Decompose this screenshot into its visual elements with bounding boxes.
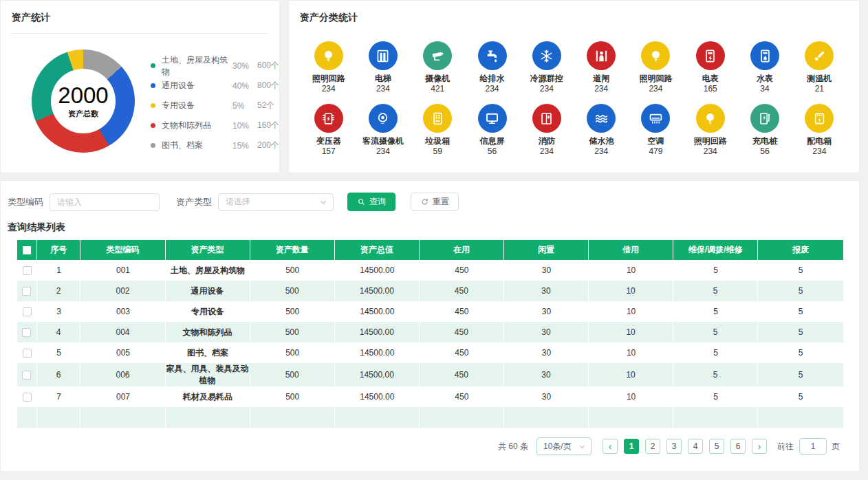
table-cell: 5 [673, 363, 758, 386]
dashboard-page: 资产统计 2000 资产总数 土地、房屋及构筑物 30% 600个 通用设备 4… [0, 0, 868, 480]
category-icon-circle [314, 41, 343, 70]
asset-categories-card: 资产分类统计 照明回路 234 电梯 234 摄像机 [288, 0, 860, 173]
table-row: 3003专用设备50014500.00450301055 [17, 301, 843, 322]
category-name: 照明回路 [629, 74, 683, 83]
table-cell: 450 [420, 386, 504, 407]
table-cell: 30 [504, 386, 589, 407]
type-code-input[interactable] [50, 193, 160, 211]
category-count: 21 [792, 84, 847, 94]
category-count: 56 [465, 146, 519, 156]
category-name: 测温机 [792, 74, 847, 83]
table-cell: 2 [37, 281, 81, 301]
page-size-select[interactable]: 10条/页 [536, 437, 592, 455]
bulb-icon [320, 47, 337, 65]
search-button[interactable]: 查询 [347, 193, 395, 211]
row-checkbox[interactable] [23, 393, 32, 402]
page-button-3[interactable]: 3 [666, 439, 682, 454]
table-cell: 5 [758, 281, 843, 301]
total-assets-value: 2000 [58, 84, 108, 107]
row-checkbox[interactable] [22, 371, 31, 380]
category-count: 59 [411, 146, 465, 156]
asset-type-label: 资产类型 [176, 196, 212, 208]
prev-page-button[interactable]: ‹ [603, 439, 618, 454]
table-cell: 14500.00 [335, 322, 420, 342]
cctv-icon [429, 47, 446, 65]
next-page-button[interactable]: › [752, 439, 767, 454]
table-cell: 10 [589, 363, 673, 386]
category-name: 储水池 [574, 136, 629, 146]
category-count: 234 [465, 84, 519, 94]
category-item: 配电箱 234 [792, 104, 847, 156]
category-name: 电表 [683, 74, 737, 83]
page-button-1[interactable]: 1 [624, 439, 639, 454]
category-icon-circle [369, 41, 398, 70]
column-header: 类型编码 [80, 240, 165, 260]
query-results-card: 类型编码 资产类型 请选择 查询 重置 [0, 180, 860, 472]
table-cell: 1 [37, 260, 81, 281]
donut-center: 2000 资产总数 [51, 69, 116, 133]
reset-button-label: 重置 [433, 196, 449, 208]
category-item: 给排水 234 [465, 41, 519, 94]
reset-button[interactable]: 重置 [411, 193, 459, 211]
table-cell: 450 [420, 260, 504, 281]
page-button-4[interactable]: 4 [688, 439, 703, 454]
table-cell: 30 [504, 281, 589, 301]
row-checkbox[interactable] [23, 349, 32, 358]
table-cell: 500 [250, 386, 335, 407]
goto-label: 前往 [777, 441, 794, 452]
category-icon-circle [532, 104, 561, 133]
table-cell: 006 [80, 363, 165, 386]
legend-percent: 30% [232, 61, 257, 71]
legend-percent: 40% [232, 81, 257, 91]
category-name: 摄像机 [411, 74, 465, 83]
pool-icon [593, 110, 610, 127]
select-all-header[interactable] [17, 240, 37, 260]
select-all-checkbox[interactable] [23, 246, 31, 254]
category-icon-circle [587, 41, 616, 70]
row-checkbox[interactable] [22, 287, 31, 296]
column-header: 序号 [37, 240, 81, 260]
column-header: 在用 [420, 240, 504, 260]
emeter-icon [702, 47, 719, 65]
legend-count: 600个 [257, 60, 279, 72]
bulb-icon [702, 110, 719, 127]
category-icon-circle [696, 41, 725, 70]
category-icon-circle [532, 41, 561, 70]
legend-count: 52个 [257, 100, 274, 111]
row-checkbox[interactable] [23, 266, 32, 275]
total-count-text: 共 60 条 [498, 441, 528, 452]
goto-page-input[interactable] [799, 438, 827, 455]
asset-type-select[interactable]: 请选择 [218, 193, 334, 211]
page-button-5[interactable]: 5 [709, 439, 724, 454]
table-cell: 500 [250, 260, 335, 281]
legend-dot [151, 123, 155, 128]
category-item: 摄像机 421 [411, 41, 465, 94]
page-button-2[interactable]: 2 [645, 439, 660, 454]
table-cell: 14500.00 [335, 281, 420, 301]
category-icon-circle [750, 41, 779, 70]
legend-percent: 10% [232, 121, 257, 131]
legend-label: 通用设备 [162, 80, 232, 91]
legend-label: 图书、档案 [162, 140, 232, 151]
table-cell: 500 [250, 301, 335, 322]
legend-count: 200个 [257, 140, 279, 151]
category-name: 空调 [629, 136, 683, 146]
table-cell: 10 [589, 301, 673, 322]
table-row: 2002通用设备50014500.00450301055 [17, 281, 843, 301]
legend-label: 专用设备 [162, 100, 232, 111]
category-item: 照明回路 234 [683, 104, 737, 156]
table-cell: 5 [37, 342, 81, 363]
column-header: 维保/调拨/维修 [673, 240, 758, 260]
table-cell: 450 [420, 322, 504, 342]
category-name: 电梯 [356, 74, 410, 83]
asset-type-select-value: 请选择 [226, 196, 250, 208]
top-row: 资产统计 2000 资产总数 土地、房屋及构筑物 30% 600个 通用设备 4… [0, 0, 860, 173]
column-header: 资产数量 [250, 240, 335, 260]
category-count: 479 [629, 146, 683, 156]
row-checkbox[interactable] [23, 307, 32, 316]
category-icon-circle [478, 41, 507, 70]
category-grid: 照明回路 234 电梯 234 摄像机 421 给排 [301, 41, 847, 156]
page-button-6[interactable]: 6 [730, 439, 746, 454]
row-checkbox[interactable] [22, 328, 31, 337]
category-item: 道闸 234 [574, 41, 629, 94]
